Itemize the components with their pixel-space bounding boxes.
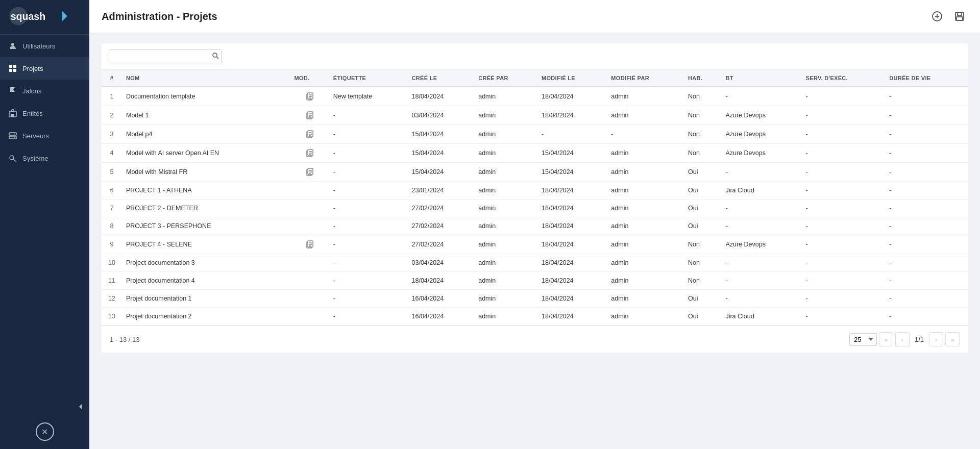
- col-modifie-par: MODIFIÉ PAR: [607, 70, 684, 87]
- svg-marker-2: [62, 11, 67, 21]
- save-button[interactable]: [951, 8, 968, 24]
- next-page-button[interactable]: ›: [929, 332, 943, 346]
- cell-duree: -: [885, 272, 968, 290]
- cell-nom: PROJECT 3 - PERSEPHONE: [122, 217, 290, 235]
- add-button[interactable]: [929, 8, 945, 24]
- cell-serv: -: [802, 144, 886, 163]
- cell-modifie-le: 18/04/2024: [537, 254, 607, 272]
- cell-hab: Oui: [684, 217, 721, 235]
- cell-hab: Non: [684, 125, 721, 144]
- cell-etiquette: -: [329, 182, 408, 199]
- cell-modifie-par: admin: [607, 199, 684, 217]
- cell-duree: -: [885, 254, 968, 272]
- cell-duree: -: [885, 235, 968, 254]
- table-row: 12 Projet documentation 1 - 16/04/2024 a…: [102, 290, 968, 308]
- topbar-actions: [929, 8, 968, 24]
- search-input[interactable]: [110, 49, 222, 63]
- cell-modifie-le: 18/04/2024: [537, 106, 607, 125]
- table-header-row: # NOM MOD. ÉTIQUETTE CRÉÉ LE CRÉÉ PAR MO…: [102, 70, 968, 87]
- col-hab: HAB.: [684, 70, 721, 87]
- mod-icon: [294, 240, 325, 248]
- cell-nom: Projet documentation 1: [122, 290, 290, 308]
- sidebar-collapse-btn[interactable]: [0, 399, 89, 414]
- col-cree-le: CRÉÉ LE: [408, 70, 475, 87]
- last-page-button[interactable]: »: [945, 332, 960, 346]
- cell-etiquette: -: [329, 106, 408, 125]
- cell-cree-le: 18/04/2024: [408, 272, 475, 290]
- cell-num: 13: [102, 308, 122, 326]
- cell-num: 9: [102, 235, 122, 254]
- cell-num: 1: [102, 87, 122, 106]
- table-row: 11 Project documentation 4 - 18/04/2024 …: [102, 272, 968, 290]
- cell-etiquette: -: [329, 217, 408, 235]
- search-input-wrap: [110, 49, 222, 63]
- flag-icon: [8, 86, 17, 95]
- table-row: 1 Documentation template New template 18…: [102, 87, 968, 106]
- cell-nom: PROJECT 4 - SELENE: [122, 235, 290, 254]
- logo: squash: [0, 0, 89, 35]
- pagination-info: 1 - 13 / 13: [110, 336, 140, 343]
- sidebar-item-utilisateurs[interactable]: Utilisateurs: [0, 35, 89, 57]
- sidebar-item-systeme[interactable]: Système: [0, 147, 89, 169]
- cell-bt: -: [721, 254, 801, 272]
- cell-serv: -: [802, 308, 886, 326]
- cell-modifie-par: admin: [607, 87, 684, 106]
- first-page-button[interactable]: «: [879, 332, 893, 346]
- cell-num: 3: [102, 125, 122, 144]
- cell-bt: -: [721, 290, 801, 308]
- cell-cree-le: 15/04/2024: [408, 163, 475, 182]
- sidebar-item-projets[interactable]: Projets: [0, 57, 89, 80]
- sidebar-item-jalons[interactable]: Jalons: [0, 80, 89, 102]
- cell-cree-le: 27/02/2024: [408, 217, 475, 235]
- cell-duree: -: [885, 144, 968, 163]
- cell-mod: [290, 235, 329, 254]
- cell-etiquette: -: [329, 199, 408, 217]
- table-row: 6 PROJECT 1 - ATHENA - 23/01/2024 admin …: [102, 182, 968, 199]
- svg-rect-19: [958, 12, 962, 15]
- cell-serv: -: [802, 254, 886, 272]
- cell-num: 12: [102, 290, 122, 308]
- cell-modifie-par: admin: [607, 254, 684, 272]
- cell-etiquette: -: [329, 235, 408, 254]
- mod-icon: [294, 111, 325, 119]
- table-row: 2 Model 1 - 03/04/2024 admin 18/04/2024 …: [102, 106, 968, 125]
- key-icon: [8, 154, 17, 163]
- col-mod: MOD.: [290, 70, 329, 87]
- cell-hab: Oui: [684, 182, 721, 199]
- cell-duree: -: [885, 106, 968, 125]
- sidebar-item-entites[interactable]: Entités: [0, 102, 89, 124]
- cell-num: 11: [102, 272, 122, 290]
- cell-serv: -: [802, 217, 886, 235]
- cell-serv: -: [802, 87, 886, 106]
- prev-page-button[interactable]: ‹: [895, 332, 910, 346]
- svg-point-3: [11, 43, 14, 46]
- col-duree: DURÉE DE VIE: [885, 70, 968, 87]
- cell-hab: Oui: [684, 163, 721, 182]
- cell-modifie-le: 18/04/2024: [537, 87, 607, 106]
- cell-nom: PROJECT 1 - ATHENA: [122, 182, 290, 199]
- cell-serv: -: [802, 163, 886, 182]
- cell-etiquette: New template: [329, 87, 408, 106]
- page-size-select[interactable]: 25 50 100: [849, 333, 877, 346]
- page-title: Administration - Projets: [102, 11, 217, 22]
- cell-serv: -: [802, 272, 886, 290]
- cell-etiquette: -: [329, 290, 408, 308]
- cell-num: 7: [102, 199, 122, 217]
- close-button[interactable]: ✕: [36, 422, 54, 441]
- sidebar-item-serveurs[interactable]: Serveurs: [0, 124, 89, 147]
- cell-modifie-par: admin: [607, 163, 684, 182]
- svg-point-14: [10, 156, 14, 160]
- cell-duree: -: [885, 87, 968, 106]
- cell-cree-par: admin: [474, 87, 537, 106]
- cell-hab: Non: [684, 254, 721, 272]
- cell-bt: Azure Devops: [721, 144, 801, 163]
- cell-cree-le: 27/02/2024: [408, 199, 475, 217]
- table-row: 4 Model with AI server Open AI EN - 15/0…: [102, 144, 968, 163]
- mod-icon: [294, 92, 325, 101]
- pagination-controls: 25 50 100 « ‹ 1/1 › »: [849, 332, 960, 346]
- cell-nom: Documentation template: [122, 87, 290, 106]
- sidebar-nav: Utilisateurs Projets Jalons Entités Serv…: [0, 35, 89, 399]
- cell-modifie-par: admin: [607, 290, 684, 308]
- cell-etiquette: -: [329, 125, 408, 144]
- mod-icon: [294, 149, 325, 157]
